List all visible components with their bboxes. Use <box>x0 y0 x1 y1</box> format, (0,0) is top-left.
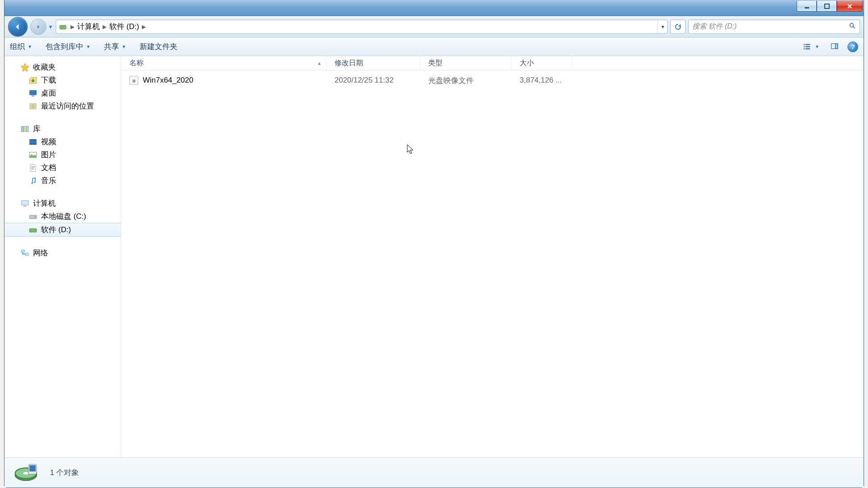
svg-point-4 <box>850 23 853 27</box>
column-headers: 名称 ▲ 修改日期 类型 大小 <box>121 56 864 71</box>
file-type: 光盘映像文件 <box>428 75 474 86</box>
downloads-icon <box>29 76 37 85</box>
explorer-window: ▼ ▶ 计算机 ▶ 软件 (D:) ▶ ▾ 搜索 软件 (D:) 组织▼ <box>4 0 864 488</box>
documents-icon <box>29 163 37 172</box>
status-text: 1 个对象 <box>50 467 79 478</box>
new-folder-button[interactable]: 新建文件夹 <box>140 42 178 52</box>
sidebar-item-network[interactable]: 网络 <box>4 246 121 259</box>
computer-icon <box>21 199 29 208</box>
preview-pane-button[interactable] <box>828 41 841 53</box>
svg-point-27 <box>35 217 36 217</box>
svg-rect-13 <box>29 90 37 95</box>
chevron-down-icon: ▼ <box>815 44 819 49</box>
svg-rect-8 <box>806 46 810 47</box>
drive-icon <box>59 23 67 31</box>
sidebar-item-pictures[interactable]: 图片 <box>4 148 121 161</box>
status-bar: 1 个对象 <box>4 457 864 488</box>
file-date: 2020/12/25 11:32 <box>335 76 393 85</box>
sidebar-item-recent[interactable]: 最近访问的位置 <box>4 100 121 113</box>
column-header-size[interactable]: 大小 <box>512 56 572 70</box>
column-header-date[interactable]: 修改日期 <box>327 56 420 70</box>
file-name: Win7x64_2020 <box>143 76 193 85</box>
breadcrumb-sep-icon: ▶ <box>70 24 74 30</box>
chevron-down-icon: ▼ <box>86 44 91 49</box>
svg-rect-19 <box>27 126 29 132</box>
svg-rect-0 <box>805 7 809 8</box>
sidebar-item-downloads[interactable]: 下载 <box>4 74 121 87</box>
title-bar <box>4 0 864 16</box>
svg-rect-18 <box>24 126 26 132</box>
file-list-pane: 名称 ▲ 修改日期 类型 大小 Win7x64_2020 2020/12/25 … <box>121 56 864 457</box>
command-bar: 组织▼ 包含到库中▼ 共享▼ 新建文件夹 ▼ <box>4 38 864 56</box>
svg-rect-7 <box>804 46 805 47</box>
address-bar[interactable]: ▶ 计算机 ▶ 软件 (D:) ▶ ▾ <box>56 20 668 34</box>
drive-large-icon <box>13 462 39 484</box>
maximize-button[interactable] <box>817 1 837 12</box>
svg-rect-21 <box>29 139 37 140</box>
star-icon <box>21 63 29 72</box>
back-button[interactable] <box>8 17 28 37</box>
svg-rect-31 <box>25 253 29 255</box>
desktop-icon <box>29 89 37 98</box>
share-menu[interactable]: 共享▼ <box>104 42 126 52</box>
sidebar-item-videos[interactable]: 视频 <box>4 135 121 148</box>
mouse-cursor <box>407 144 415 155</box>
iso-file-icon <box>129 76 138 85</box>
column-header-type[interactable]: 类型 <box>420 56 512 70</box>
file-list[interactable]: Win7x64_2020 2020/12/25 11:32 光盘映像文件 3,8… <box>121 71 864 457</box>
pictures-icon <box>29 150 37 159</box>
sort-asc-icon: ▲ <box>317 61 322 66</box>
address-bar-row: ▼ ▶ 计算机 ▶ 软件 (D:) ▶ ▾ 搜索 软件 (D:) <box>4 16 864 38</box>
breadcrumb-sep-icon: ▶ <box>103 24 107 30</box>
nav-history-dropdown[interactable]: ▼ <box>48 24 53 29</box>
drive-icon <box>29 212 37 221</box>
window-controls <box>797 1 863 12</box>
sidebar-item-favorites[interactable]: 收藏夹 <box>4 61 121 74</box>
svg-rect-15 <box>30 104 36 109</box>
search-placeholder: 搜索 软件 (D:) <box>692 22 737 31</box>
svg-rect-6 <box>806 44 810 45</box>
toolbar-right: ▼ ? <box>800 41 858 53</box>
sidebar-group-computer: 计算机 本地磁盘 (C:) 软件 (D:) <box>4 197 121 237</box>
videos-icon <box>29 138 37 146</box>
column-header-name[interactable]: 名称 ▲ <box>121 56 327 70</box>
list-view-icon <box>802 43 811 50</box>
sidebar-item-documents[interactable]: 文档 <box>4 161 121 174</box>
navigation-pane: 收藏夹 下载 桌面 最近访问的位置 库 <box>4 56 121 457</box>
refresh-button[interactable] <box>670 20 686 34</box>
svg-rect-36 <box>29 465 36 471</box>
view-mode-button[interactable]: ▼ <box>800 41 822 53</box>
breadcrumb-sep-icon: ▶ <box>142 24 146 30</box>
organize-menu[interactable]: 组织▼ <box>10 42 32 52</box>
breadcrumb-drive-d[interactable]: 软件 (D:) <box>107 21 141 32</box>
sidebar-item-desktop[interactable]: 桌面 <box>4 87 121 100</box>
sidebar-item-drive-d[interactable]: 软件 (D:) <box>4 223 121 237</box>
preview-pane-icon <box>830 43 839 50</box>
search-input[interactable]: 搜索 软件 (D:) <box>688 20 860 34</box>
file-size: 3,874,126 ... <box>520 76 562 85</box>
svg-rect-24 <box>21 200 29 205</box>
minimize-button[interactable] <box>797 1 817 12</box>
sidebar-item-computer[interactable]: 计算机 <box>4 197 121 210</box>
include-in-library-menu[interactable]: 包含到库中▼ <box>45 42 91 52</box>
svg-point-34 <box>23 472 29 475</box>
libraries-icon <box>21 125 29 133</box>
svg-rect-14 <box>32 96 34 96</box>
network-icon <box>21 249 29 258</box>
help-button[interactable]: ? <box>847 42 858 52</box>
breadcrumb-computer[interactable]: 计算机 <box>75 21 102 32</box>
sidebar-item-libraries[interactable]: 库 <box>4 122 121 135</box>
sidebar-item-drive-c[interactable]: 本地磁盘 (C:) <box>4 210 121 223</box>
sidebar-item-music[interactable]: 音乐 <box>4 174 121 187</box>
svg-rect-30 <box>21 250 25 252</box>
recent-icon <box>29 102 37 111</box>
forward-button[interactable] <box>30 19 46 35</box>
svg-rect-12 <box>835 43 838 48</box>
sidebar-group-network: 网络 <box>4 246 121 259</box>
explorer-body: 收藏夹 下载 桌面 最近访问的位置 库 <box>4 56 864 457</box>
svg-rect-5 <box>804 44 805 45</box>
sidebar-group-libraries: 库 视频 图片 文档 音乐 <box>4 122 121 187</box>
address-dropdown[interactable]: ▾ <box>657 20 667 33</box>
file-row[interactable]: Win7x64_2020 2020/12/25 11:32 光盘映像文件 3,8… <box>121 73 864 88</box>
close-button[interactable] <box>837 1 863 12</box>
